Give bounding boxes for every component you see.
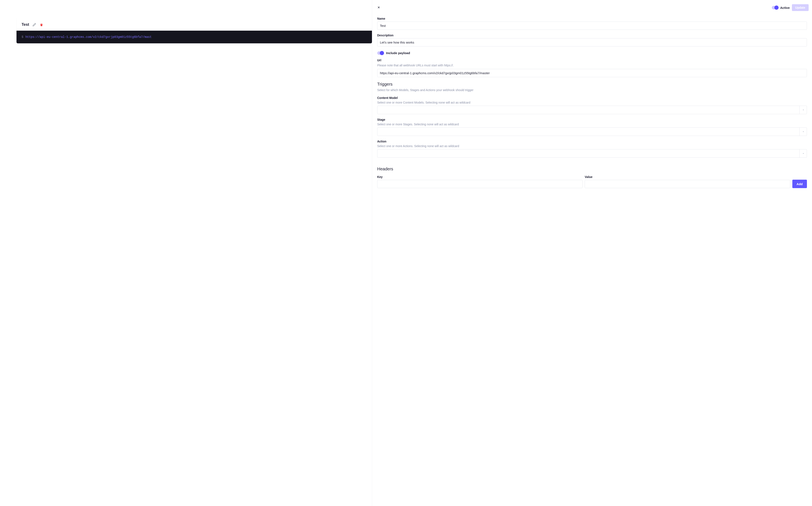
add-header-button[interactable]: Add [792, 180, 807, 188]
triggers-title: Triggers [377, 82, 807, 87]
stage-select[interactable] [377, 128, 807, 136]
triggers-hint: Select for which Models, Stages and Acti… [377, 88, 807, 92]
url-input[interactable] [377, 69, 807, 77]
name-input[interactable] [377, 21, 807, 30]
action-label: Action [377, 140, 807, 143]
header-key-label: Key [377, 175, 583, 179]
edit-button[interactable] [32, 23, 36, 27]
action-hint: Select one or more Actions. Selecting no… [377, 144, 807, 148]
action-select[interactable] [377, 149, 807, 158]
content-model-label: Content Model [377, 96, 807, 99]
header-value-label: Value [585, 175, 790, 179]
content-model-hint: Select one or more Content Models. Selec… [377, 100, 807, 105]
toggle-knob [775, 5, 779, 10]
toggle-knob [380, 51, 384, 55]
header-key-input[interactable] [377, 180, 583, 188]
url-hint: Please note that all webhook URLs must s… [377, 63, 807, 68]
stage-label: Stage [377, 118, 807, 121]
active-toggle[interactable] [772, 6, 778, 9]
code-block: $https://api-eu-central-1.graphcms.com/v… [16, 31, 372, 43]
trash-icon [40, 23, 43, 26]
headers-title: Headers [377, 167, 807, 171]
close-icon [377, 6, 380, 9]
close-button[interactable] [376, 5, 382, 11]
delete-button[interactable] [39, 23, 44, 27]
active-label: Active [780, 6, 790, 9]
code-prompt: $ [21, 35, 23, 39]
stage-hint: Select one or more Stages. Selecting non… [377, 122, 807, 126]
pencil-icon [32, 23, 36, 26]
webhook-title: Test [21, 22, 29, 27]
header-value-input[interactable] [585, 180, 790, 188]
description-label: Description [377, 33, 807, 37]
include-payload-toggle[interactable] [377, 51, 384, 55]
description-input[interactable] [377, 38, 807, 47]
content-model-select[interactable] [377, 106, 807, 114]
update-button[interactable]: Update [792, 4, 809, 11]
include-payload-label: Include payload [386, 51, 410, 55]
code-url: https://api-eu-central-1.graphcms.com/v2… [25, 35, 152, 39]
name-label: Name [377, 17, 807, 20]
webhook-card: Test $https://api-eu-central-1.graphcms.… [16, 19, 372, 43]
url-label: Url [377, 59, 807, 62]
